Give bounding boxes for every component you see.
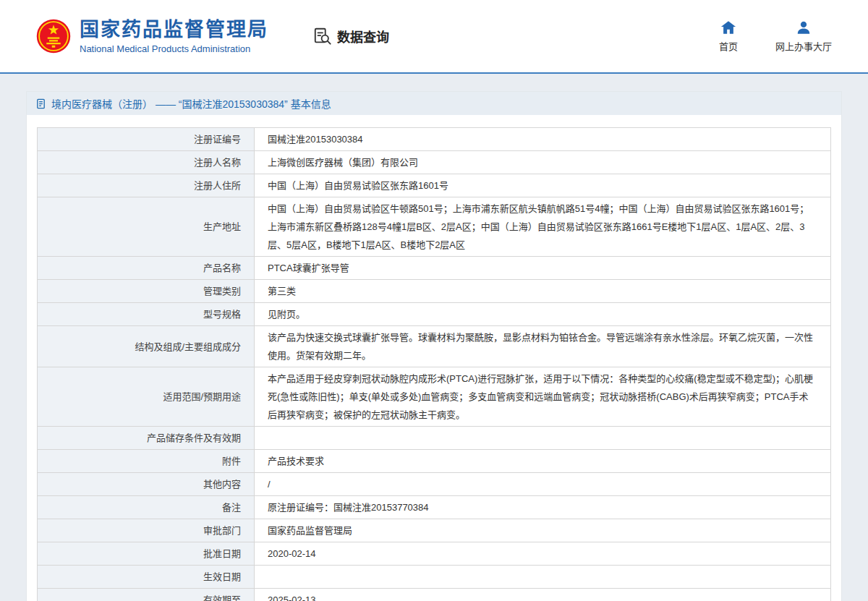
row-label: 产品名称 <box>38 257 255 280</box>
row-value: / <box>255 473 831 496</box>
data-query-label: 数据查询 <box>337 27 389 46</box>
nav-item-home[interactable]: 首页 <box>719 20 738 53</box>
row-value: 国械注准20153030384 <box>255 128 831 151</box>
table-row: 产品储存条件及有效期 <box>38 427 831 450</box>
data-query-tab[interactable]: 数据查询 <box>313 27 389 46</box>
document-search-icon <box>313 27 332 46</box>
row-value: 中国（上海）自由贸易试验区张东路1601号 <box>255 174 831 197</box>
table-row: 生产地址中国（上海）自由贸易试验区牛顿路501号；上海市浦东新区航头镇航帆路51… <box>38 197 831 257</box>
row-value: 2020-02-14 <box>255 542 831 566</box>
document-icon <box>35 98 46 109</box>
info-panel: 境内医疗器械（注册） —— “国械注准20153030384” 基本信息 注册证… <box>26 91 842 601</box>
table-wrap: 注册证编号国械注准20153030384注册人名称上海微创医疗器械（集团）有限公… <box>27 115 841 601</box>
org-name-en: National Medical Products Administration <box>80 43 268 54</box>
table-row: 生效日期 <box>38 566 831 589</box>
row-value: 原注册证编号：国械注准20153770384 <box>255 496 831 519</box>
table-row: 备注原注册证编号：国械注准20153770384 <box>38 496 831 519</box>
row-label: 管理类别 <box>38 280 255 303</box>
table-row: 结构及组成/主要组成成分该产品为快速交换式球囊扩张导管。球囊材料为聚酰胺，显影点… <box>38 326 831 367</box>
user-icon <box>796 20 812 35</box>
table-row: 有效期至2025-02-13 <box>38 589 831 601</box>
row-label: 备注 <box>38 496 255 519</box>
org-name-cn: 国家药品监督管理局 <box>80 18 268 41</box>
nav-item-home-label: 首页 <box>719 39 738 53</box>
info-table: 注册证编号国械注准20153030384注册人名称上海微创医疗器械（集团）有限公… <box>37 127 831 601</box>
nav-item-service-hall-label: 网上办事大厅 <box>775 39 832 53</box>
row-label: 适用范围/预期用途 <box>38 367 255 427</box>
row-value <box>255 427 831 450</box>
row-label: 有效期至 <box>38 589 255 601</box>
nav-item-service-hall[interactable]: 网上办事大厅 <box>775 20 832 53</box>
row-value: 该产品为快速交换式球囊扩张导管。球囊材料为聚酰胺，显影点材料为铂铱合金。导管远端… <box>255 326 831 367</box>
table-row: 注册证编号国械注准20153030384 <box>38 128 831 151</box>
info-table-body: 注册证编号国械注准20153030384注册人名称上海微创医疗器械（集团）有限公… <box>38 128 831 601</box>
home-icon <box>720 20 736 35</box>
main-content: 境内医疗器械（注册） —— “国械注准20153030384” 基本信息 注册证… <box>0 74 868 601</box>
row-value: 国家药品监督管理局 <box>255 519 831 542</box>
row-label: 审批部门 <box>38 519 255 542</box>
org-names: 国家药品监督管理局 National Medical Products Admi… <box>80 18 268 54</box>
row-value: 上海微创医疗器械（集团）有限公司 <box>255 151 831 174</box>
row-label: 型号规格 <box>38 303 255 326</box>
header-nav: 首页 网上办事大厅 <box>719 20 832 53</box>
table-row: 适用范围/预期用途本产品适用于经皮穿刺冠状动脉腔内成形术(PTCA)进行冠脉扩张… <box>38 367 831 427</box>
row-label: 批准日期 <box>38 542 255 566</box>
row-label: 注册人住所 <box>38 174 255 197</box>
row-value: 2025-02-13 <box>255 589 831 601</box>
row-value: 中国（上海）自由贸易试验区牛顿路501号；上海市浦东新区航头镇航帆路51号4幢；… <box>255 197 831 257</box>
row-value: PTCA球囊扩张导管 <box>255 257 831 280</box>
row-value <box>255 566 831 589</box>
row-label: 注册人名称 <box>38 151 255 174</box>
panel-title-bar: 境内医疗器械（注册） —— “国械注准20153030384” 基本信息 <box>27 92 841 115</box>
row-value: 本产品适用于经皮穿刺冠状动脉腔内成形术(PTCA)进行冠脉扩张，适用于以下情况：… <box>255 367 831 427</box>
row-label: 注册证编号 <box>38 128 255 151</box>
table-row: 型号规格见附页。 <box>38 303 831 326</box>
table-row: 注册人名称上海微创医疗器械（集团）有限公司 <box>38 151 831 174</box>
table-row: 附件产品技术要求 <box>38 450 831 473</box>
row-label: 产品储存条件及有效期 <box>38 427 255 450</box>
page-title: 境内医疗器械（注册） —— “国械注准20153030384” 基本信息 <box>51 96 331 111</box>
row-label: 附件 <box>38 450 255 473</box>
row-value: 见附页。 <box>255 303 831 326</box>
row-label: 结构及组成/主要组成成分 <box>38 326 255 367</box>
row-value: 第三类 <box>255 280 831 303</box>
table-row: 审批部门国家药品监督管理局 <box>38 519 831 542</box>
table-row: 批准日期2020-02-14 <box>38 542 831 566</box>
table-row: 管理类别第三类 <box>38 280 831 303</box>
national-emblem-icon <box>36 19 71 54</box>
site-logo[interactable]: 国家药品监督管理局 National Medical Products Admi… <box>36 18 268 54</box>
row-label: 生效日期 <box>38 566 255 589</box>
table-row: 产品名称PTCA球囊扩张导管 <box>38 257 831 280</box>
row-label: 生产地址 <box>38 197 255 257</box>
row-label: 其他内容 <box>38 473 255 496</box>
table-row: 其他内容/ <box>38 473 831 496</box>
site-header: 国家药品监督管理局 National Medical Products Admi… <box>0 0 868 72</box>
table-row: 注册人住所中国（上海）自由贸易试验区张东路1601号 <box>38 174 831 197</box>
row-value: 产品技术要求 <box>255 450 831 473</box>
